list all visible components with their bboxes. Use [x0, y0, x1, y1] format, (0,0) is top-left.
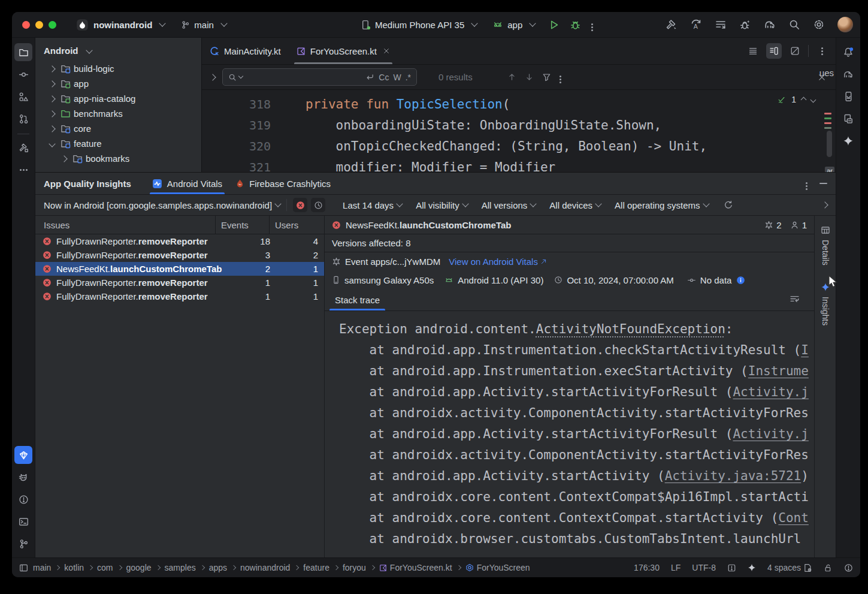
anr-toggle[interactable] [311, 198, 325, 212]
tree-item-benchmarks[interactable]: benchmarks [35, 106, 201, 121]
column-header-issues[interactable]: Issues [35, 220, 215, 230]
issue-row[interactable]: FullyDrawnReporter.removeReporter11 [35, 290, 324, 303]
run-button[interactable] [548, 19, 559, 31]
next-occurrence-icon[interactable] [525, 73, 534, 82]
newline-icon[interactable] [365, 73, 374, 82]
tab-firebase-crashlytics[interactable]: Firebase Crashlytics [229, 173, 337, 194]
commit-tool-button[interactable] [14, 65, 32, 83]
breadcrumb-item[interactable]: google [126, 563, 152, 572]
breadcrumb-item[interactable]: samples [165, 563, 196, 572]
preview-icon[interactable] [787, 43, 803, 59]
previous-occurrence-icon[interactable] [507, 73, 516, 82]
stack-trace-line[interactable]: at androidx.core.content.ContextCompat$A… [339, 487, 814, 508]
match-case-toggle[interactable]: Cc [379, 73, 389, 82]
code-editor[interactable]: 318319320321 private fun TopicSelection(… [202, 90, 836, 172]
structure-tool-button[interactable] [14, 88, 32, 105]
chevron-right-icon[interactable] [49, 80, 55, 87]
run-config-selector[interactable]: app [492, 19, 535, 30]
running-devices-tool-button[interactable] [839, 88, 857, 105]
maximize-window-button[interactable] [49, 21, 56, 29]
editor-more-options-icon[interactable] [814, 43, 830, 59]
logcat-tool-button[interactable] [14, 468, 32, 486]
close-window-button[interactable] [22, 21, 30, 29]
gradle-tool-button[interactable] [839, 65, 857, 83]
app-quality-insights-tool-button[interactable] [14, 446, 32, 464]
notifications-tool-button[interactable] [839, 43, 857, 61]
device-explorer-tool-button[interactable] [839, 110, 857, 128]
fatal-issues-toggle[interactable] [293, 198, 307, 212]
more-tool-windows-button[interactable] [14, 161, 32, 179]
chevron-right-icon[interactable] [49, 125, 55, 132]
project-tool-button[interactable] [14, 43, 32, 61]
encoding-widget[interactable]: UTF-8 [692, 563, 716, 572]
pull-requests-tool-button[interactable] [14, 110, 32, 128]
error-stripe[interactable] [824, 113, 831, 132]
breadcrumb-item[interactable]: foryou [343, 563, 366, 572]
gemini-tool-button[interactable] [839, 132, 857, 150]
device-selector[interactable]: Medium Phone API 35 [361, 20, 477, 30]
info-icon[interactable] [736, 276, 745, 285]
chevron-right-icon[interactable] [49, 95, 55, 102]
code-line[interactable]: private fun TopicSelection( [306, 94, 707, 115]
tree-item-app-nia-catalog[interactable]: app-nia-catalog [35, 91, 201, 106]
editor-tab-mainactivity[interactable]: MainActivity.kt [202, 38, 289, 64]
minimize-window-button[interactable] [35, 21, 43, 29]
memory-indicator-icon[interactable] [844, 563, 853, 572]
tree-item-core[interactable]: core [35, 121, 201, 136]
editor-tab-foryouscreen[interactable]: ForYouScreen.kt [289, 38, 398, 64]
tab-android-vitals[interactable]: Android Vitals [146, 173, 229, 194]
split-editor-icon[interactable] [766, 43, 782, 59]
panel-options-icon[interactable] [806, 179, 807, 189]
chevron-right-icon[interactable] [49, 110, 55, 117]
breadcrumb-item[interactable]: apps [209, 563, 227, 572]
indent-widget[interactable]: 4 spaces [767, 563, 812, 572]
filter-dropdown-last-14-days[interactable]: Last 14 days [343, 200, 402, 210]
gradle-sync-icon[interactable] [764, 19, 776, 31]
stack-trace-line[interactable]: at androidx.browser.customtabs.CustomTab… [339, 529, 814, 550]
tool-window-layout-icon[interactable] [19, 563, 28, 572]
expand-search-icon[interactable] [209, 74, 216, 80]
code-line[interactable]: onboardingUiState: OnboardingUiState.Sho… [306, 115, 707, 136]
stack-trace-line[interactable]: at android.app.Activity.startActivity (A… [339, 466, 814, 487]
soft-wrap-icon[interactable] [790, 294, 800, 304]
vcs-branch-selector[interactable]: main [181, 20, 226, 30]
column-header-users[interactable]: Users [269, 216, 324, 234]
search-icon[interactable] [788, 19, 800, 31]
caret-position-widget[interactable]: 176:30 [634, 563, 660, 572]
problems-tool-button[interactable] [14, 490, 32, 508]
stack-trace-line[interactable]: at android.app.Instrumentation.checkStar… [339, 340, 814, 361]
line-separator-widget[interactable]: LF [671, 563, 681, 572]
issue-row[interactable]: FullyDrawnReporter.removeReporter11 [35, 276, 324, 290]
stack-trace-line[interactable]: at android.app.Activity.startActivityFor… [339, 424, 814, 445]
tree-item-app[interactable]: app [35, 76, 201, 91]
view-on-android-vitals-link[interactable]: View on Android Vitals [449, 257, 547, 267]
settings-gear-icon[interactable] [813, 19, 825, 31]
version-control-tool-button[interactable] [14, 535, 32, 553]
filter-icon[interactable] [542, 73, 551, 82]
hide-panel-icon[interactable] [819, 183, 827, 184]
filter-dropdown-all-devices[interactable]: All devices [549, 200, 601, 210]
breadcrumb-symbol[interactable]: ForYouScreen [465, 563, 530, 572]
tree-item-build-logic[interactable]: build-logic [35, 61, 201, 76]
breadcrumb-item[interactable]: kotlin [64, 563, 84, 572]
project-selector[interactable]: nowinandroid [93, 20, 165, 30]
scroll-filters-right-icon[interactable] [821, 201, 828, 208]
search-input[interactable]: Cc W .* [222, 68, 417, 86]
chevron-up-icon[interactable] [801, 97, 807, 102]
ai-status-spark-icon[interactable] [748, 563, 756, 572]
issue-row[interactable]: FullyDrawnReporter.removeReporter32 [35, 248, 324, 262]
breadcrumb-item[interactable]: main [33, 563, 51, 572]
editor-list-icon[interactable] [745, 43, 761, 59]
search-history-icon[interactable] [238, 73, 243, 78]
debug-button[interactable] [570, 19, 581, 31]
code-line[interactable]: onTopicCheckedChanged: (String, Boolean)… [306, 136, 707, 157]
refresh-icon[interactable] [724, 200, 733, 210]
build-tool-button[interactable] [14, 138, 32, 156]
words-toggle[interactable]: W [393, 73, 401, 82]
tree-item-feature[interactable]: feature [35, 136, 201, 151]
close-tab-icon[interactable] [383, 47, 390, 55]
chevron-right-icon[interactable] [49, 65, 55, 72]
filter-dropdown-all-operating-systems[interactable]: All operating systems [615, 200, 709, 210]
filter-dropdown-all-versions[interactable]: All versions [482, 200, 536, 210]
inspection-notification-icon[interactable] [727, 563, 736, 572]
